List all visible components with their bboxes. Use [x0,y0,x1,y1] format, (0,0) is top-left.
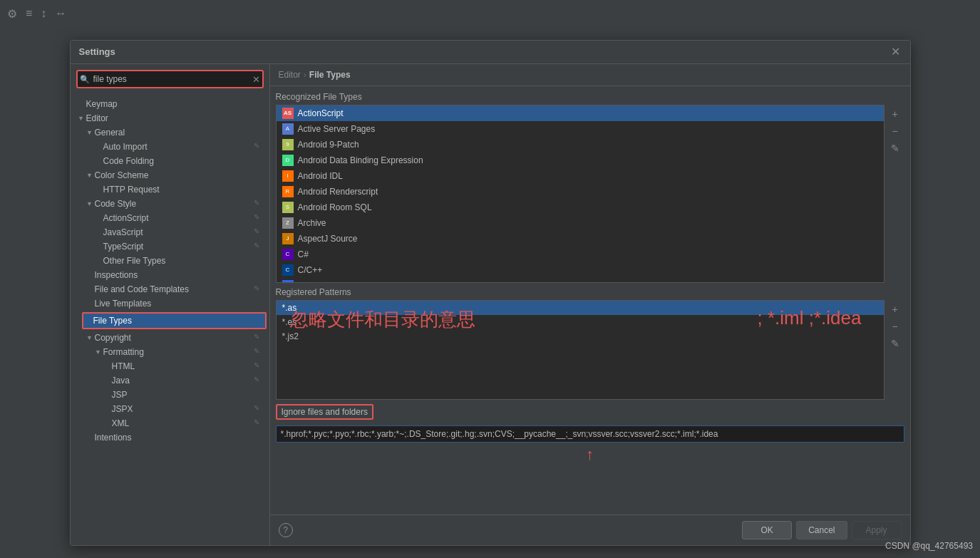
pattern-item-js2[interactable]: *.js2 [277,329,884,343]
dialog-title: Settings [79,46,115,57]
recognized-label: Recognized File Types [276,92,904,102]
sidebar-item-editor[interactable]: ▼ Editor [71,111,269,125]
breadcrumb-parent: Editor [279,70,301,80]
copyright-label: Copyright [95,333,251,343]
list-item-asp[interactable]: A Active Server Pages [277,121,884,137]
sidebar-item-actionscript-style[interactable]: ActionScript ✎ [71,211,269,225]
edit-icon-3: ✎ [254,213,264,223]
dialog-titlebar: Settings ✕ [71,41,910,64]
sidebar-item-copyright[interactable]: ▼ Copyright ✎ [71,331,269,345]
dialog-footer: ? OK Cancel Apply [270,515,910,545]
java-label: Java [112,376,251,386]
file-types-list[interactable]: AS ActionScript A Active Server Pages 9 [276,105,884,283]
list-item-css[interactable]: C Cascading Style Sheet [277,278,884,283]
ok-button[interactable]: OK [742,521,792,539]
remove-pattern-button[interactable]: − [887,319,903,334]
pattern-name: *.js2 [282,331,299,341]
sidebar-item-auto-import[interactable]: Auto Import ✎ [71,140,269,154]
footer-left: ? [279,523,293,537]
http-request-label: HTTP Request [103,185,264,195]
sidebar-item-code-folding[interactable]: Code Folding [71,154,269,168]
add-file-type-button[interactable]: + [887,106,903,122]
sidebar-item-intentions[interactable]: Intentions [71,430,269,445]
list-item-android-databinding[interactable]: D Android Data Binding Expression [277,153,884,168]
edit-icon-5: ✎ [254,242,264,252]
list-item-cpp[interactable]: C C/C++ [277,262,884,278]
icon-archive: Z [282,217,294,229]
pattern-name: *.as [282,303,297,313]
ignore-input[interactable] [276,425,904,443]
edit-pattern-button[interactable]: ✎ [887,336,903,351]
sidebar-item-code-style[interactable]: ▼ Code Style ✎ [71,197,269,211]
sidebar-item-other-types[interactable]: Other File Types [71,254,269,268]
edit-icon-4: ✎ [254,227,264,237]
icon-android-9: 9 [282,139,294,150]
remove-file-type-button[interactable]: − [887,123,903,139]
help-button[interactable]: ? [279,523,293,537]
item-name: Active Server Pages [298,124,376,134]
editor-label: Editor [86,113,264,123]
pattern-item-as[interactable]: *.as [277,301,884,315]
pattern-name: *.es [282,317,297,327]
list-item-android-renderscript[interactable]: R Android Renderscript [277,184,884,200]
sidebar-item-xml[interactable]: XML ✎ [71,416,269,430]
sidebar-item-live-templates[interactable]: Live Templates [71,296,269,311]
icon-csharp: C [282,249,294,260]
icon-android-rs: R [282,186,294,197]
item-name: Android Renderscript [298,187,378,197]
sidebar-item-color-scheme[interactable]: ▼ Color Scheme [71,168,269,182]
html-label: HTML [112,361,251,371]
apply-button[interactable]: Apply [852,521,902,539]
settings-dialog: Settings ✕ 🔍 ✕ [70,40,911,546]
breadcrumb-separator: › [304,70,306,80]
cancel-button[interactable]: Cancel [796,521,847,539]
list-item-android-idl[interactable]: I Android IDL [277,168,884,184]
pattern-item-es[interactable]: *.es [277,315,884,329]
sidebar-item-jspx[interactable]: JSPX ✎ [71,402,269,416]
arrow-annotation: ↑ [276,445,904,464]
add-pattern-button[interactable]: + [887,301,903,317]
toolbar-icon-1: ⚙ [7,7,17,21]
icon-android-idl: I [282,170,294,182]
sidebar-item-jsp[interactable]: JSP [71,388,269,402]
sidebar-item-http-request[interactable]: HTTP Request [71,182,269,197]
ignore-section: Ignore files and folders ↑ [276,404,904,464]
sidebar-item-typescript-style[interactable]: TypeScript ✎ [71,239,269,254]
sidebar-item-java[interactable]: Java ✎ [71,373,269,388]
list-item-android-room-sql[interactable]: S Android Room SQL [277,200,884,215]
patterns-list[interactable]: *.as *.es *.js2 [276,300,884,400]
sidebar-item-file-templates[interactable]: File and Code Templates ✎ [71,282,269,296]
edit-icon-7: ✎ [254,333,264,343]
list-item-aspectj[interactable]: J AspectJ Source [277,231,884,247]
search-box: 🔍 ✕ [76,70,264,88]
list-item-android9patch[interactable]: 9 Android 9-Patch [277,137,884,153]
sidebar-item-keymap[interactable]: Keymap [71,97,269,111]
intentions-label: Intentions [95,433,264,443]
sidebar-item-inspections[interactable]: Inspections [71,268,269,282]
sidebar-item-file-types[interactable]: File Types [82,312,267,329]
breadcrumb-current: File Types [309,70,351,80]
search-input[interactable] [76,70,264,88]
sidebar-item-html[interactable]: HTML ✎ [71,359,269,373]
item-name: C# [298,249,309,259]
sidebar-item-formatting[interactable]: ▼ Formatting ✎ [71,345,269,359]
sidebar-item-general[interactable]: ▼ General [71,125,269,140]
toolbar-icon-3: ↕ [41,7,46,20]
list-item-actionscript[interactable]: AS ActionScript [277,105,884,121]
list-item-csharp[interactable]: C C# [277,247,884,262]
search-clear-button[interactable]: ✕ [252,74,260,83]
edit-icon-11: ✎ [254,404,264,414]
close-button[interactable]: ✕ [890,46,902,58]
toolbar-icon-4: ↔ [55,7,66,20]
item-name: C/C++ [298,265,323,275]
top-toolbar: ⚙ ≡ ↕ ↔ [0,0,980,27]
list-item-archive[interactable]: Z Archive [277,215,884,231]
general-arrow: ▼ [85,129,95,136]
patterns-toolbar: + − ✎ [886,300,904,400]
icon-android-sql: S [282,202,294,213]
recognized-section: Recognized File Types AS ActionScript [276,92,904,283]
edit-icon-12: ✎ [254,418,264,428]
color-scheme-label: Color Scheme [95,170,264,180]
edit-file-type-button[interactable]: ✎ [887,140,903,156]
sidebar-item-javascript-style[interactable]: JavaScript ✎ [71,225,269,239]
